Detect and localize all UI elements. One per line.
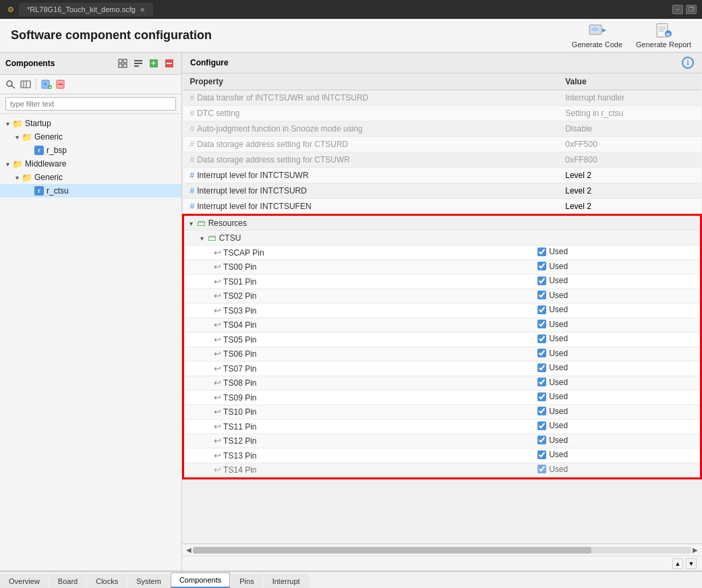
search-input[interactable] (5, 97, 176, 111)
tab-overview[interactable]: Overview (0, 574, 49, 588)
pin-used-ts08[interactable]: Used (532, 376, 700, 390)
pin-row-ts04: ↩ TS04 Pin Used (184, 318, 700, 332)
prop-name-5: #Data storage address setting for CTSUWR (183, 152, 559, 168)
resources-expand[interactable]: ▾ 🗃 Resources (184, 216, 532, 231)
pin-used-ts12[interactable]: Used (532, 434, 700, 448)
folder-icon-middleware: 📁 (12, 158, 23, 169)
resources-header-row: ▾ 🗃 Resources (184, 216, 700, 231)
tab-board[interactable]: Board (49, 574, 86, 588)
tab-components[interactable]: Components (171, 572, 230, 588)
checkbox-ts05[interactable] (537, 334, 546, 343)
window-controls: − ❐ (672, 5, 697, 14)
sidebar-icon-btn-1[interactable] (116, 57, 129, 70)
pin-used-ts09[interactable]: Used (532, 390, 700, 405)
checkbox-ts11[interactable] (537, 421, 546, 430)
pin-used-ts13[interactable]: Used (532, 448, 700, 463)
ctsu-expand[interactable]: ▾ 🗃 CTSU (184, 231, 532, 245)
checkbox-ts13[interactable] (537, 450, 546, 459)
checkbox-ts04[interactable] (537, 320, 546, 328)
tab-clocks[interactable]: Clocks (87, 574, 127, 588)
pin-row-ts05: ↩ TS05 Pin Used (184, 332, 700, 347)
pin-row-ts10: ↩ TS10 Pin Used (184, 405, 700, 419)
sidebar-filter-btn-1[interactable] (4, 78, 18, 91)
checkbox-ts02[interactable] (537, 291, 546, 299)
checkbox-ts00[interactable] (537, 262, 546, 270)
ctsu-row: ▾ 🗃 CTSU (184, 231, 700, 245)
pin-used-ts03[interactable]: Used (532, 303, 700, 318)
sidebar-remove-btn[interactable] (163, 57, 176, 70)
checkbox-ts09[interactable] (537, 392, 546, 401)
scroll-left-btn[interactable]: ◀ (185, 546, 193, 554)
tree-item-rctsu[interactable]: r r_ctsu (0, 184, 181, 198)
table-row: #Auto-judgment function in Snooze mode u… (183, 121, 701, 137)
info-icon[interactable]: i (682, 57, 694, 69)
checkbox-ts08[interactable] (537, 378, 546, 386)
tab-interrupt[interactable]: Interrupt (264, 574, 309, 588)
pin-used-ts11[interactable]: Used (532, 419, 700, 434)
pin-used-ts05[interactable]: Used (532, 332, 700, 347)
properties-table: Property Value #Data transfer of INTCTSU… (182, 74, 702, 479)
tree-item-startup[interactable]: ▾ 📁 Startup (0, 117, 181, 130)
checkbox-ts03[interactable] (537, 305, 546, 314)
sidebar-add-btn[interactable]: + (147, 57, 160, 70)
tab-system[interactable]: System (127, 574, 170, 588)
zoom-up-btn[interactable]: ▲ (672, 558, 683, 569)
restore-button[interactable]: ❐ (686, 5, 697, 14)
pin-used-tscap[interactable]: Used (532, 245, 700, 260)
pin-name-ts02: ↩ TS02 Pin (184, 289, 532, 303)
checkbox-tscap[interactable] (537, 247, 546, 256)
pin-name-ts01: ↩ TS01 Pin (184, 274, 532, 289)
close-tab-button[interactable]: ✕ (140, 6, 145, 13)
ctsu-icon: 🗃 (208, 233, 216, 243)
sidebar-remove-component-btn[interactable] (55, 78, 68, 91)
tree-label-generic1: Generic (34, 132, 63, 142)
sidebar-icon-btn-2[interactable] (131, 57, 145, 70)
configure-table[interactable]: Property Value #Data transfer of INTCTSU… (182, 74, 702, 543)
checkbox-ts12[interactable] (537, 436, 546, 444)
pin-used-ts01[interactable]: Used (532, 274, 700, 289)
svg-rect-23 (21, 81, 30, 88)
checkbox-ts06[interactable] (537, 349, 546, 357)
checkbox-ts10[interactable] (537, 407, 546, 415)
toggle-generic1: ▾ (12, 134, 22, 141)
svg-rect-10 (119, 59, 122, 63)
pin-used-ts00[interactable]: Used (532, 260, 700, 274)
pin-used-ts06[interactable]: Used (532, 347, 700, 361)
pin-used-ts04[interactable]: Used (532, 318, 700, 332)
pin-row-ts01: ↩ TS01 Pin Used (184, 274, 700, 289)
sidebar-add-component-btn[interactable]: ++ (40, 78, 53, 91)
configure-header: Configure i (182, 53, 702, 74)
pin-used-ts02[interactable]: Used (532, 289, 700, 303)
sidebar-toolbar: ++ (0, 75, 181, 94)
generate-report-button[interactable]: R Generate Report (636, 22, 691, 49)
pin-used-ts10[interactable]: Used (532, 405, 700, 419)
checkbox-ts01[interactable] (537, 276, 546, 285)
prop-value-2: Setting in r_ctsu (558, 106, 701, 121)
svg-rect-11 (123, 59, 127, 63)
tree-item-generic1[interactable]: ▾ 📁 Generic (0, 130, 181, 144)
tree-item-middleware[interactable]: ▾ 📁 Middleware (0, 157, 181, 171)
h-scrollbar-track[interactable] (193, 547, 691, 554)
tree-label-rbsp: r_bsp (47, 146, 67, 155)
pin-used-ts14[interactable]: Used (532, 463, 700, 477)
generate-code-button[interactable]: </> Generate Code (572, 22, 622, 49)
checkbox-ts07[interactable] (537, 363, 546, 372)
pin-row-ts11: ↩ TS11 Pin Used (184, 419, 700, 434)
tree-label-startup: Startup (25, 119, 51, 128)
generate-code-icon: </> (587, 22, 606, 38)
h-scrollbar-thumb[interactable] (193, 547, 591, 554)
sidebar: Components + (0, 53, 182, 570)
checkbox-ts14[interactable] (537, 465, 546, 473)
zoom-down-btn[interactable]: ▼ (686, 558, 697, 569)
sidebar-filter-btn-2[interactable] (19, 78, 32, 91)
resources-label: Resources (208, 218, 247, 228)
folder-icon-generic2: 📁 (22, 172, 32, 183)
tab-pins[interactable]: Pins (231, 574, 262, 588)
tree-item-rbsp[interactable]: r r_bsp (0, 144, 181, 157)
table-row: #Interrupt level for INTCTSUWR Level 2 (183, 168, 701, 183)
scroll-right-btn[interactable]: ▶ (691, 546, 699, 554)
minimize-button[interactable]: − (672, 5, 683, 14)
pin-used-ts07[interactable]: Used (532, 361, 700, 376)
table-row: #DTC setting Setting in r_ctsu (183, 106, 701, 121)
tree-item-generic2[interactable]: ▾ 📁 Generic (0, 171, 181, 184)
